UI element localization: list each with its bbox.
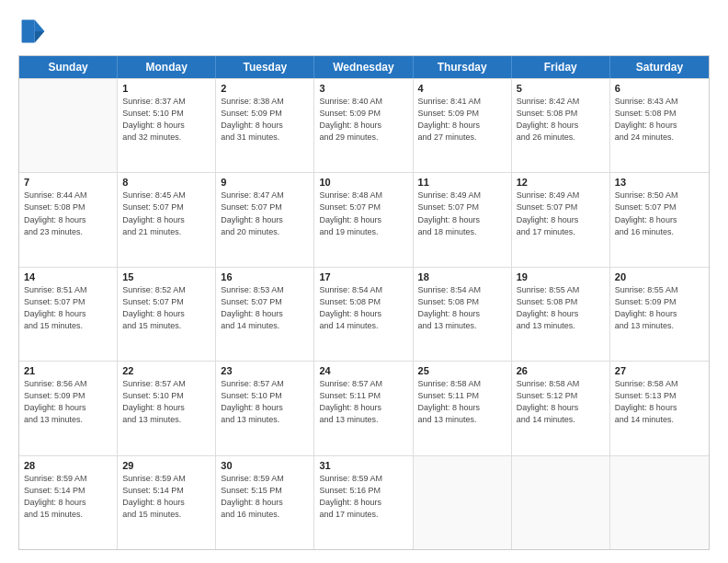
day-info: Sunrise: 8:49 AM Sunset: 5:07 PM Dayligh… [517, 190, 605, 237]
calendar-cell: 25Sunrise: 8:58 AM Sunset: 5:11 PM Dayli… [414, 362, 512, 454]
day-number: 5 [517, 83, 605, 94]
calendar-cell: 24Sunrise: 8:57 AM Sunset: 5:11 PM Dayli… [314, 362, 413, 454]
day-info: Sunrise: 8:49 AM Sunset: 5:07 PM Dayligh… [418, 190, 506, 237]
day-info: Sunrise: 8:44 AM Sunset: 5:08 PM Dayligh… [24, 190, 112, 237]
calendar-cell: 17Sunrise: 8:54 AM Sunset: 5:08 PM Dayli… [314, 268, 413, 361]
day-number: 18 [418, 271, 506, 282]
day-number: 15 [122, 271, 210, 282]
calendar-cell: 18Sunrise: 8:54 AM Sunset: 5:08 PM Dayli… [414, 268, 512, 361]
day-number: 16 [221, 271, 309, 282]
logo-icon [18, 17, 48, 46]
day-number: 20 [615, 271, 704, 282]
header [18, 17, 710, 46]
weekday-header: Wednesday [314, 56, 413, 78]
weekday-header: Saturday [610, 56, 709, 78]
svg-marker-1 [35, 31, 45, 42]
day-number: 14 [24, 271, 112, 282]
day-info: Sunrise: 8:57 AM Sunset: 5:11 PM Dayligh… [319, 378, 407, 426]
day-info: Sunrise: 8:52 AM Sunset: 5:07 PM Dayligh… [122, 284, 210, 332]
day-info: Sunrise: 8:55 AM Sunset: 5:08 PM Dayligh… [517, 284, 605, 332]
calendar-cell: 12Sunrise: 8:49 AM Sunset: 5:07 PM Dayli… [512, 173, 610, 266]
calendar-cell: 4Sunrise: 8:41 AM Sunset: 5:09 PM Daylig… [414, 79, 512, 172]
calendar-cell: 22Sunrise: 8:57 AM Sunset: 5:10 PM Dayli… [118, 362, 216, 454]
calendar-cell: 11Sunrise: 8:49 AM Sunset: 5:07 PM Dayli… [414, 173, 512, 266]
calendar-cell: 8Sunrise: 8:45 AM Sunset: 5:07 PM Daylig… [118, 173, 216, 266]
day-number: 23 [221, 365, 309, 376]
logo [18, 17, 51, 46]
day-info: Sunrise: 8:48 AM Sunset: 5:07 PM Dayligh… [319, 190, 407, 237]
day-info: Sunrise: 8:59 AM Sunset: 5:16 PM Dayligh… [319, 473, 407, 521]
day-info: Sunrise: 8:58 AM Sunset: 5:12 PM Dayligh… [517, 378, 605, 426]
calendar-cell: 5Sunrise: 8:42 AM Sunset: 5:08 PM Daylig… [512, 79, 610, 172]
day-info: Sunrise: 8:54 AM Sunset: 5:08 PM Dayligh… [418, 284, 506, 332]
day-info: Sunrise: 8:43 AM Sunset: 5:08 PM Dayligh… [615, 96, 704, 144]
weekday-header: Friday [512, 56, 610, 78]
day-number: 26 [517, 365, 605, 376]
day-info: Sunrise: 8:50 AM Sunset: 5:07 PM Dayligh… [615, 190, 704, 237]
svg-rect-2 [22, 20, 35, 43]
calendar-week: 1Sunrise: 8:37 AM Sunset: 5:10 PM Daylig… [19, 78, 709, 172]
page: SundayMondayTuesdayWednesdayThursdayFrid… [0, 0, 728, 563]
day-info: Sunrise: 8:57 AM Sunset: 5:10 PM Dayligh… [221, 378, 309, 426]
calendar-cell: 27Sunrise: 8:58 AM Sunset: 5:13 PM Dayli… [610, 362, 709, 454]
day-number: 17 [319, 271, 407, 282]
calendar-cell: 10Sunrise: 8:48 AM Sunset: 5:07 PM Dayli… [314, 173, 413, 266]
calendar: SundayMondayTuesdayWednesdayThursdayFrid… [18, 55, 710, 550]
day-number: 31 [319, 460, 407, 471]
day-number: 9 [221, 177, 309, 188]
calendar-cell [512, 456, 610, 549]
calendar-cell: 16Sunrise: 8:53 AM Sunset: 5:07 PM Dayli… [216, 268, 314, 361]
day-info: Sunrise: 8:54 AM Sunset: 5:08 PM Dayligh… [319, 284, 407, 332]
calendar-cell: 13Sunrise: 8:50 AM Sunset: 5:07 PM Dayli… [610, 173, 709, 266]
day-number: 19 [517, 271, 605, 282]
day-number: 6 [615, 83, 704, 94]
calendar-cell: 1Sunrise: 8:37 AM Sunset: 5:10 PM Daylig… [118, 79, 216, 172]
calendar-cell: 21Sunrise: 8:56 AM Sunset: 5:09 PM Dayli… [19, 362, 118, 454]
day-info: Sunrise: 8:56 AM Sunset: 5:09 PM Dayligh… [24, 378, 112, 426]
day-info: Sunrise: 8:40 AM Sunset: 5:09 PM Dayligh… [319, 96, 407, 144]
day-info: Sunrise: 8:41 AM Sunset: 5:09 PM Dayligh… [418, 96, 506, 144]
day-number: 2 [221, 83, 309, 94]
day-number: 29 [122, 460, 210, 471]
svg-marker-0 [35, 20, 45, 31]
calendar-week: 28Sunrise: 8:59 AM Sunset: 5:14 PM Dayli… [19, 455, 709, 549]
day-number: 27 [615, 365, 704, 376]
calendar-cell: 29Sunrise: 8:59 AM Sunset: 5:14 PM Dayli… [118, 456, 216, 549]
day-info: Sunrise: 8:38 AM Sunset: 5:09 PM Dayligh… [221, 96, 309, 144]
weekday-header: Thursday [414, 56, 512, 78]
weekday-header: Sunday [19, 56, 118, 78]
day-info: Sunrise: 8:51 AM Sunset: 5:07 PM Dayligh… [24, 284, 112, 332]
day-number: 28 [24, 460, 112, 471]
calendar-cell: 3Sunrise: 8:40 AM Sunset: 5:09 PM Daylig… [314, 79, 413, 172]
day-number: 12 [517, 177, 605, 188]
day-info: Sunrise: 8:55 AM Sunset: 5:09 PM Dayligh… [615, 284, 704, 332]
day-info: Sunrise: 8:58 AM Sunset: 5:11 PM Dayligh… [418, 378, 506, 426]
day-info: Sunrise: 8:57 AM Sunset: 5:10 PM Dayligh… [122, 378, 210, 426]
calendar-cell: 9Sunrise: 8:47 AM Sunset: 5:07 PM Daylig… [216, 173, 314, 266]
calendar-cell [414, 456, 512, 549]
calendar-cell: 6Sunrise: 8:43 AM Sunset: 5:08 PM Daylig… [610, 79, 709, 172]
calendar-week: 7Sunrise: 8:44 AM Sunset: 5:08 PM Daylig… [19, 172, 709, 266]
day-number: 1 [122, 83, 210, 94]
day-info: Sunrise: 8:59 AM Sunset: 5:14 PM Dayligh… [24, 473, 112, 521]
calendar-week: 14Sunrise: 8:51 AM Sunset: 5:07 PM Dayli… [19, 267, 709, 361]
day-number: 22 [122, 365, 210, 376]
calendar-cell [610, 456, 709, 549]
day-info: Sunrise: 8:42 AM Sunset: 5:08 PM Dayligh… [517, 96, 605, 144]
day-number: 3 [319, 83, 407, 94]
day-info: Sunrise: 8:59 AM Sunset: 5:14 PM Dayligh… [122, 473, 210, 521]
calendar-cell: 19Sunrise: 8:55 AM Sunset: 5:08 PM Dayli… [512, 268, 610, 361]
day-number: 7 [24, 177, 112, 188]
day-number: 11 [418, 177, 506, 188]
calendar-body: 1Sunrise: 8:37 AM Sunset: 5:10 PM Daylig… [19, 78, 709, 549]
calendar-week: 21Sunrise: 8:56 AM Sunset: 5:09 PM Dayli… [19, 361, 709, 454]
day-number: 4 [418, 83, 506, 94]
day-number: 13 [615, 177, 704, 188]
weekday-header: Tuesday [216, 56, 314, 78]
calendar-cell: 7Sunrise: 8:44 AM Sunset: 5:08 PM Daylig… [19, 173, 118, 266]
day-info: Sunrise: 8:53 AM Sunset: 5:07 PM Dayligh… [221, 284, 309, 332]
calendar-cell: 2Sunrise: 8:38 AM Sunset: 5:09 PM Daylig… [216, 79, 314, 172]
day-info: Sunrise: 8:45 AM Sunset: 5:07 PM Dayligh… [122, 190, 210, 237]
weekday-header: Monday [118, 56, 216, 78]
day-info: Sunrise: 8:47 AM Sunset: 5:07 PM Dayligh… [221, 190, 309, 237]
